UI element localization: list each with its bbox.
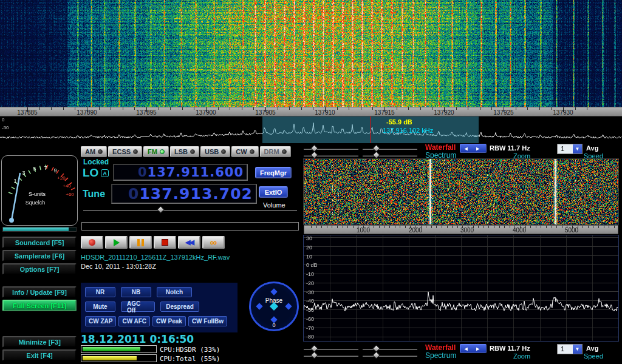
avg-dropdown-arrow-icon-2[interactable]: ▼ [573,345,582,354]
mode-lsb-button[interactable]: LSB [170,146,199,157]
secondary-slider-track[interactable] [81,222,299,231]
audio-scale-label: 1000 [357,227,370,234]
mode-fm-led-icon [160,149,165,154]
notch-button[interactable]: Notch [157,287,192,297]
samplerate-button[interactable]: Samplerate [F6] [2,250,77,261]
mute-button[interactable]: Mute [85,302,115,312]
spectrum-range-slider-track-2[interactable] [363,355,417,357]
dsp-row-3: CW ZAP CW AFC CW Peak CW FullBw [85,316,227,326]
s-meter-squelch-label: Squelch [26,200,46,206]
cursor-frequency-readout: 137.916.102 kHz [383,127,433,134]
waterfall-contrast-slider-track[interactable] [363,148,417,150]
spectrum-range-slider-track[interactable] [363,155,417,157]
loop-icon: ∞ [210,238,217,247]
waterfall-contrast-slider-track-2[interactable] [363,348,417,350]
dsp-row-2: Mute AGC Off Despread [85,302,199,312]
mode-drm-button[interactable]: DRM [260,146,291,157]
exit-button[interactable]: Exit [F4] [2,349,77,361]
frequency-ruler[interactable]: 137885 137890 137895 137900 137905 13791… [0,107,622,116]
volume-label: Volume [263,201,285,209]
extio-button[interactable]: ExtIO [259,186,288,198]
stop-icon [162,239,168,246]
mode-cw-button[interactable]: CW [231,146,258,157]
db-scale-label: -60 [306,316,314,322]
db-scale-label: -80 [306,334,314,340]
tune-frequency-display[interactable]: 0137.913.702 [111,184,257,204]
volume-slider-track[interactable] [83,209,297,211]
info-update-button[interactable]: Info / Update [F9] [2,286,77,298]
lo-frequency-display[interactable]: 0137.911.600 [113,164,248,181]
zoom-label-2: Zoom [513,352,530,360]
audio-frequency-scale[interactable]: 1000 2000 3000 4000 5000 [304,225,618,234]
spectrum-tab-2[interactable]: Spectrum [425,351,456,360]
overview-scale-mid: -50 [2,125,9,130]
rewind-button[interactable]: ◀◀ [178,236,200,249]
avg-dropdown-2[interactable]: 1 ▼ [557,344,583,354]
overview-scale-top: 0 [2,117,4,123]
phase-dial[interactable]: Phase 0 [249,281,299,331]
cpu-hdsdr-bar-track [81,345,157,353]
zoom-arrows-button[interactable]: ◄ ► [460,144,487,153]
main-waterfall-display[interactable] [0,0,622,107]
overview-spectrum[interactable]: 0 -50 -55.9 dB 137.916.102 kHz [0,116,622,143]
cpu-hdsdr-bar-fill [83,347,140,351]
cw-afc-button[interactable]: CW AFC [118,316,150,326]
audio-spectrum-display[interactable] [304,235,618,341]
nr-button[interactable]: NR [85,287,115,297]
avg-label: Avg [586,144,598,152]
phase-east-marker-icon [285,303,292,309]
pause-icon [137,239,144,246]
cw-peak-button[interactable]: CW Peak [152,316,186,326]
mode-ecss-label: ECSS [112,148,131,155]
recording-date: Dec 10, 2011 - 13:01:28Z [81,263,156,270]
cw-zap-button[interactable]: CW ZAP [85,316,116,326]
db-scale-label: -30 [306,289,314,295]
audio-waterfall-display[interactable] [304,159,618,224]
ruler-label: 137915 [374,109,394,116]
cpu-total-bar-track [81,354,157,362]
recording-filename: HDSDR_20111210_125611Z_137912kHz_RF.wav [81,254,230,261]
minimize-button[interactable]: Minimize [F3] [2,336,77,348]
tune-cursor-line [371,116,371,143]
record-button[interactable] [81,236,103,249]
s-meter-tick-1: 1 [13,178,16,184]
mode-drm-label: DRM [264,148,279,155]
audio-scale-label: 2000 [409,227,422,234]
despread-button[interactable]: Despread [160,302,199,312]
s-meter: 1 3 5 7 9 +20 +40 +60 S-units Squelch [1,155,78,226]
s-meter-tick-5: 5 [33,166,36,172]
zoom-arrows-button-2[interactable]: ◄ ► [460,344,487,353]
cw-fullbw-button[interactable]: CW FullBw [188,316,227,326]
s-meter-tick-9: 9 [53,167,56,174]
play-button[interactable] [105,236,128,249]
mode-fm-button[interactable]: FM [143,146,169,157]
stop-button[interactable] [154,236,176,249]
ruler-label: 137890 [77,109,97,116]
db-scale-label: -40 [306,298,314,304]
avg-label-2: Avg [586,345,598,352]
mode-ecss-button[interactable]: ECSS [108,146,142,157]
freqmgr-button[interactable]: FreqMgr [255,167,292,178]
tune-frequency-value: 137.913.702 [139,185,253,203]
smeter-bar-track [2,227,77,232]
mode-am-label: AM [85,148,95,155]
ruler-label: 137910 [315,109,335,116]
waterfall-tab-2[interactable]: Waterfall [425,343,456,352]
avg-dropdown-arrow-icon[interactable]: ▼ [573,144,582,153]
soundcard-button[interactable]: Soundcard [F5] [2,237,77,248]
ruler-label: 137900 [196,109,216,116]
avg-dropdown[interactable]: 1 ▼ [557,144,583,154]
nb-button[interactable]: NB [121,287,151,297]
options-button[interactable]: Options [F7] [2,263,77,275]
fullscreen-button[interactable]: Full Screen [F11] [2,300,77,311]
pause-button[interactable] [129,236,152,249]
cpu-hdsdr-label: CPU:HDSDR (33%) [160,346,220,354]
lo-lock-badge[interactable]: A [101,169,109,177]
audio-scale-label: 4000 [513,227,526,234]
mode-usb-button[interactable]: USB [200,146,230,157]
agc-button[interactable]: AGC Off [121,302,155,312]
waterfall-tab[interactable]: Waterfall [425,143,456,152]
mode-am-button[interactable]: AM [81,146,107,157]
s-meter-tick-p40: +40 [63,183,71,189]
loop-button[interactable]: ∞ [202,236,225,249]
